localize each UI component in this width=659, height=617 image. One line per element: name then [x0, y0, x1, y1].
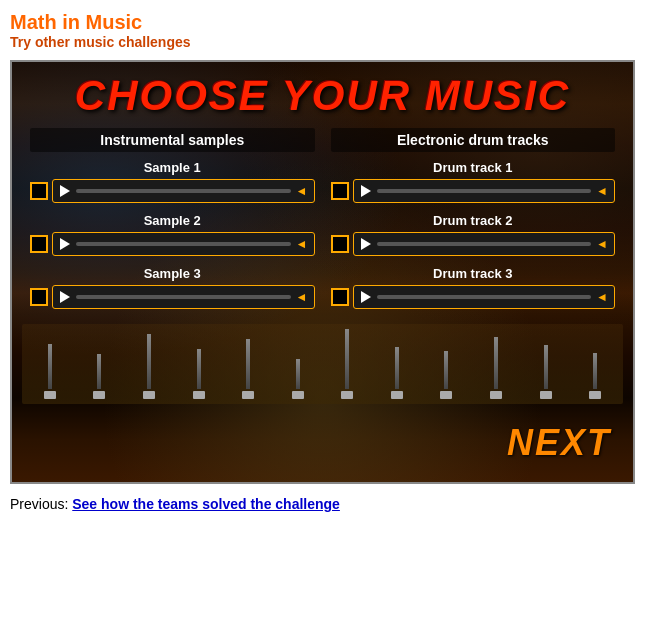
sample-3-player[interactable]: ◄ — [52, 285, 315, 309]
drum-2-controls: ◄ — [331, 232, 616, 256]
main-panel: CHOOSE YOUR MUSIC Instrumental samples S… — [10, 60, 635, 484]
sample-2-checkbox[interactable] — [30, 235, 48, 253]
drum-3-progress — [377, 295, 592, 299]
content-area: CHOOSE YOUR MUSIC Instrumental samples S… — [12, 62, 633, 482]
play-icon — [60, 185, 70, 197]
play-icon — [361, 238, 371, 250]
drum-1-progress — [377, 189, 592, 193]
play-icon — [361, 291, 371, 303]
sample-3-controls: ◄ — [30, 285, 315, 309]
drum-1-play[interactable] — [358, 183, 374, 199]
next-button[interactable]: NEXT — [507, 422, 611, 464]
instrumental-header: Instrumental samples — [30, 128, 315, 152]
drum-1-checkbox[interactable] — [331, 182, 349, 200]
play-icon — [361, 185, 371, 197]
volume-icon: ◄ — [596, 237, 608, 251]
drum-2-play[interactable] — [358, 236, 374, 252]
drum-2-label: Drum track 2 — [331, 213, 616, 228]
sample-2-progress — [76, 242, 291, 246]
sample-1-progress — [76, 189, 291, 193]
drum-3-volume[interactable]: ◄ — [594, 289, 610, 305]
drum-1-volume[interactable]: ◄ — [594, 183, 610, 199]
play-icon — [60, 291, 70, 303]
volume-icon: ◄ — [296, 237, 308, 251]
sample-2-player[interactable]: ◄ — [52, 232, 315, 256]
volume-icon: ◄ — [296, 184, 308, 198]
drum-3-label: Drum track 3 — [331, 266, 616, 281]
sample-1-label: Sample 1 — [30, 160, 315, 175]
header: Math in Music Try other music challenges — [10, 10, 649, 50]
drum-3-group: Drum track 3 ◄ — [331, 266, 616, 309]
drum-1-group: Drum track 1 ◄ — [331, 160, 616, 203]
sample-1-group: Sample 1 ◄ — [30, 160, 315, 203]
drum-3-checkbox[interactable] — [331, 288, 349, 306]
sample-1-volume[interactable]: ◄ — [294, 183, 310, 199]
drum-2-volume[interactable]: ◄ — [594, 236, 610, 252]
sample-3-group: Sample 3 ◄ — [30, 266, 315, 309]
footer: Previous: See how the teams solved the c… — [10, 496, 649, 512]
sample-2-label: Sample 2 — [30, 213, 315, 228]
drum-3-controls: ◄ — [331, 285, 616, 309]
sample-1-checkbox[interactable] — [30, 182, 48, 200]
sample-2-group: Sample 2 ◄ — [30, 213, 315, 256]
volume-icon: ◄ — [296, 290, 308, 304]
sample-3-volume[interactable]: ◄ — [294, 289, 310, 305]
sample-1-player[interactable]: ◄ — [52, 179, 315, 203]
electronic-column: Electronic drum tracks Drum track 1 ◄ — [323, 128, 624, 319]
instrumental-column: Instrumental samples Sample 1 ◄ — [22, 128, 323, 319]
sample-2-volume[interactable]: ◄ — [294, 236, 310, 252]
sample-1-play[interactable] — [57, 183, 73, 199]
drum-3-player[interactable]: ◄ — [353, 285, 616, 309]
page-subtitle[interactable]: Try other music challenges — [10, 34, 649, 50]
drum-2-player[interactable]: ◄ — [353, 232, 616, 256]
drum-2-checkbox[interactable] — [331, 235, 349, 253]
drum-1-controls: ◄ — [331, 179, 616, 203]
sample-1-controls: ◄ — [30, 179, 315, 203]
previous-label: Previous: — [10, 496, 68, 512]
page-title: Math in Music — [10, 10, 649, 34]
drum-1-label: Drum track 1 — [331, 160, 616, 175]
sample-3-progress — [76, 295, 291, 299]
drum-2-group: Drum track 2 ◄ — [331, 213, 616, 256]
drum-3-play[interactable] — [358, 289, 374, 305]
sample-2-controls: ◄ — [30, 232, 315, 256]
choose-title: CHOOSE YOUR MUSIC — [22, 72, 623, 120]
columns-row: Instrumental samples Sample 1 ◄ — [22, 128, 623, 319]
electronic-header: Electronic drum tracks — [331, 128, 616, 152]
volume-icon: ◄ — [596, 184, 608, 198]
sample-3-play[interactable] — [57, 289, 73, 305]
sample-2-play[interactable] — [57, 236, 73, 252]
bottom-bar: NEXT — [22, 414, 623, 472]
sample-3-label: Sample 3 — [30, 266, 315, 281]
play-icon — [60, 238, 70, 250]
previous-link[interactable]: See how the teams solved the challenge — [72, 496, 340, 512]
drum-2-progress — [377, 242, 592, 246]
drum-1-player[interactable]: ◄ — [353, 179, 616, 203]
volume-icon: ◄ — [596, 290, 608, 304]
sample-3-checkbox[interactable] — [30, 288, 48, 306]
